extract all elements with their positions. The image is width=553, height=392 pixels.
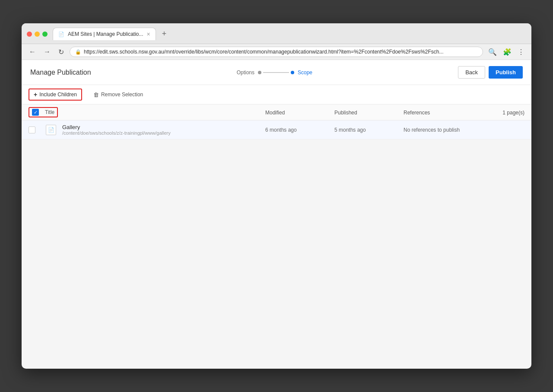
table-row[interactable]: 📄 Gallery /content/doe/sws/schools/z/z-t… [22, 120, 531, 139]
tab-close-icon[interactable]: × [147, 31, 150, 38]
table-header: ✓ Title Modified Published References 1 … [22, 104, 531, 120]
modified-header-col: Modified [265, 109, 334, 116]
step1-dot [258, 71, 261, 74]
reload-button[interactable]: ↻ [56, 47, 66, 57]
new-tab-button[interactable]: + [159, 28, 170, 40]
row-checkbox[interactable] [29, 126, 35, 133]
title-header: Title [45, 109, 54, 115]
back-nav-button[interactable]: ← [27, 47, 38, 57]
page-icon-glyph: 📄 [48, 127, 54, 133]
tab-page-icon: 📄 [58, 32, 64, 37]
window-controls [27, 32, 48, 37]
step-line [258, 71, 294, 74]
minimize-button[interactable] [35, 32, 40, 37]
table: ✓ Title Modified Published References 1 … [22, 104, 531, 139]
item-title: Gallery [62, 124, 171, 130]
page-count: 1 page(s) [502, 110, 524, 116]
check-icon: ✓ [34, 110, 38, 115]
row-title-col: 📄 Gallery /content/doe/sws/schools/z/z-t… [46, 124, 265, 136]
nav-actions: 🔍 🧩 ⋮ [486, 47, 526, 57]
row-modified-col: 6 months ago [265, 126, 334, 133]
remove-selection-button[interactable]: 🗑 Remove Selection [89, 90, 147, 100]
published-header-col: Published [334, 109, 404, 116]
page-count-col: 1 page(s) [490, 109, 524, 116]
published-header: Published [334, 110, 357, 116]
step-connector [263, 72, 289, 73]
item-path: /content/doe/sws/schools/z/z-trainingpl/… [62, 130, 171, 136]
extensions-button[interactable]: 🧩 [501, 47, 513, 57]
lock-icon: 🔒 [75, 49, 81, 55]
menu-button[interactable]: ⋮ [516, 47, 526, 57]
row-published-col: 5 months ago [334, 126, 404, 133]
page-icon: 📄 [46, 125, 56, 135]
step1-label: Options [237, 70, 254, 76]
row-published: 5 months ago [334, 127, 366, 133]
address-bar[interactable]: 🔒 https://edit.sws.schools.nsw.gov.au/mn… [70, 47, 483, 57]
include-children-button[interactable]: + Include Children [29, 89, 82, 101]
active-tab[interactable]: 📄 AEM Sites | Manage Publicatio... × [53, 28, 156, 40]
step2-label: Scope [298, 70, 312, 76]
forward-nav-button[interactable]: → [41, 47, 53, 57]
row-references-col: No references to publish [404, 126, 490, 133]
header-checkbox-col: ✓ Title [29, 107, 46, 117]
maximize-button[interactable] [42, 32, 48, 37]
publish-button[interactable]: Publish [489, 66, 523, 79]
trash-icon: 🗑 [93, 92, 99, 98]
page-content: Manage Publication Options Scope Back Pu… [22, 60, 531, 355]
url-text: https://edit.sws.schools.nsw.gov.au/mnt/… [84, 49, 477, 55]
nav-bar: ← → ↻ 🔒 https://edit.sws.schools.nsw.gov… [22, 44, 531, 60]
back-button[interactable]: Back [458, 66, 485, 79]
step2-dot [291, 71, 294, 74]
plus-icon: + [34, 91, 37, 98]
tab-title: AEM Sites | Manage Publicatio... [68, 31, 143, 37]
manage-header: Manage Publication Options Scope Back Pu… [22, 60, 531, 85]
title-bar: 📄 AEM Sites | Manage Publicatio... × + [22, 23, 531, 44]
empty-area [22, 139, 531, 355]
row-references: No references to publish [404, 127, 460, 133]
close-button[interactable] [27, 32, 32, 37]
references-header: References [404, 110, 430, 116]
row-checkbox-col [29, 126, 46, 133]
toolbar: + Include Children 🗑 Remove Selection [22, 85, 531, 104]
page-title: Manage Publication [30, 69, 91, 76]
select-all-checkbox[interactable]: ✓ [32, 109, 39, 116]
modified-header: Modified [265, 110, 285, 116]
references-header-col: References [404, 109, 490, 116]
tab-bar: 📄 AEM Sites | Manage Publicatio... × + [53, 28, 170, 40]
search-button[interactable]: 🔍 [486, 47, 499, 57]
include-children-label: Include Children [39, 92, 77, 98]
row-modified: 6 months ago [265, 127, 297, 133]
wizard-steps: Options Scope [237, 70, 312, 76]
item-info: Gallery /content/doe/sws/schools/z/z-tra… [62, 124, 171, 136]
header-actions: Back Publish [458, 66, 523, 79]
remove-selection-label: Remove Selection [101, 92, 143, 98]
